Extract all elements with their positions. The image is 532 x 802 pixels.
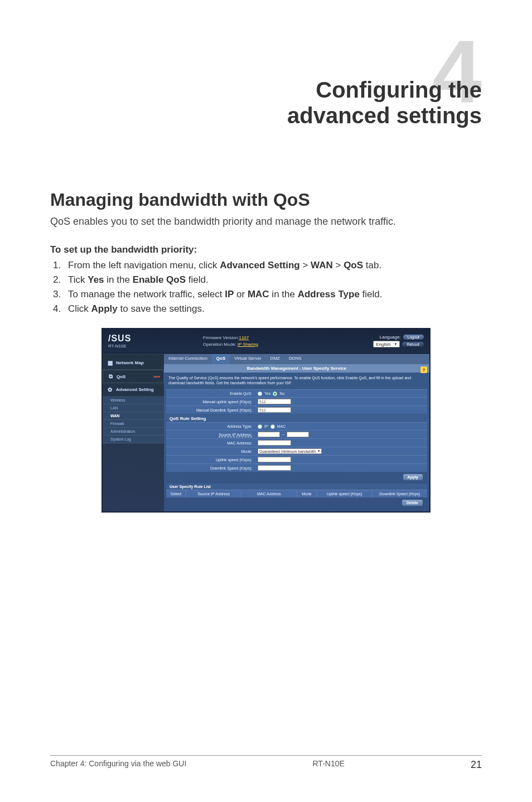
mac-address-label: MAC Address:: [166, 439, 255, 447]
page-number: 21: [471, 759, 482, 771]
model-label: RT-N10E: [108, 344, 170, 349]
sidebar-item-label: Network Map: [116, 360, 144, 365]
text: to save the settings.: [118, 303, 205, 314]
text: field.: [186, 274, 209, 285]
fw-link[interactable]: 1107: [239, 335, 249, 340]
header-bar: /SUS RT-N10E Firmware Version:1107 Opera…: [103, 329, 429, 354]
sidebar-item-advanced[interactable]: ✿Advanced Setting: [103, 383, 164, 397]
text: >: [300, 260, 311, 270]
main-panel: Internet Connection QoS Virtual Server D…: [164, 354, 429, 511]
panel-title: Bandwidth Management - User Specify Serv…: [164, 364, 429, 373]
enable-qos-yes-radio[interactable]: [258, 392, 262, 396]
sidebar-item-administration[interactable]: Administration: [103, 428, 164, 436]
text: Enable QoS: [133, 274, 186, 285]
address-type-ip-radio[interactable]: [258, 424, 262, 429]
qos-icon: ⧉: [107, 373, 114, 380]
col-uplink: Uplink speed (Kbps): [317, 490, 373, 497]
manual-downlink-label: Manual Downlink Speed (Kbps):: [166, 407, 255, 414]
text: Yes: [88, 274, 104, 285]
mode-select[interactable]: Guaranteed minimum bandwidth▾: [258, 448, 322, 454]
reboot-button[interactable]: Reboot: [402, 342, 424, 347]
delete-button[interactable]: Delete: [402, 500, 423, 506]
network-icon: ▦: [106, 359, 114, 367]
yes-label: Yes: [264, 392, 270, 395]
header-meta: Firmware Version:1107 Operation Mode: IP…: [170, 335, 340, 347]
help-icon[interactable]: ?: [420, 366, 427, 373]
fw-label: Firmware Version:: [203, 335, 239, 340]
mode-value: Guaranteed minimum bandwidth: [259, 450, 316, 453]
manual-downlink-input[interactable]: [258, 407, 291, 413]
sidebar-item-network-map[interactable]: ▦Network Map: [103, 356, 164, 370]
section-intro: QoS enables you to set the bandwidth pri…: [50, 216, 482, 228]
text: Advanced Setting: [220, 260, 300, 270]
chapter-title-line2: advanced settings: [287, 103, 482, 128]
source-ip-input-1[interactable]: [258, 432, 280, 437]
chevron-down-icon: ▾: [318, 449, 320, 453]
opmode-link[interactable]: IP Sharing: [238, 342, 258, 347]
source-ip-input-2[interactable]: [287, 432, 309, 437]
text: IP: [225, 289, 234, 299]
col-source-ip: Source IP Address: [186, 490, 241, 497]
steps-header: To set up the bandwidth priority:: [50, 244, 482, 255]
chapter-title-line1: Configuring the: [316, 78, 482, 102]
logo-block: /SUS RT-N10E: [108, 334, 170, 349]
sidebar-item-label: QoS: [117, 374, 125, 379]
text: Click: [68, 303, 91, 314]
steps-list: From the left navigation menu, click Adv…: [64, 260, 482, 315]
settings-icon: ✿: [106, 386, 114, 394]
text: MAC: [248, 289, 269, 299]
text: >: [333, 260, 344, 270]
sidebar-item-label: Advanced Setting: [116, 387, 154, 392]
col-mac: MAC Address: [241, 490, 297, 497]
text: WAN: [311, 260, 333, 270]
manual-uplink-label: Manual uplink speed (Kbps):: [166, 398, 255, 405]
source-ip-label: Source IP Address:: [166, 431, 255, 438]
tab-dmz[interactable]: DMZ: [266, 354, 284, 364]
sidebar-item-system-log[interactable]: System Log: [103, 436, 164, 443]
col-downlink: Downlink Speed (Kbps): [373, 490, 427, 497]
tab-qos[interactable]: QoS: [212, 354, 230, 364]
sidebar-item-wireless[interactable]: Wireless: [103, 397, 164, 404]
sidebar-item-wan[interactable]: WAN: [103, 412, 164, 420]
logout-button[interactable]: Logout: [403, 335, 424, 340]
text: Address Type: [298, 289, 360, 299]
form-top: Enable QoS: Yes No Manual uplink speed (…: [166, 389, 427, 414]
downlink-speed-input[interactable]: [258, 465, 291, 471]
sidebar-item-lan[interactable]: LAN: [103, 404, 164, 412]
step-1: From the left navigation menu, click Adv…: [64, 260, 482, 271]
step-4: Click Apply to save the settings.: [64, 303, 482, 315]
address-type-mac-radio[interactable]: [270, 424, 275, 429]
sidebar-item-qos[interactable]: ⧉QoSnew: [103, 370, 164, 383]
uplink-speed-input[interactable]: [258, 457, 291, 462]
apply-button[interactable]: Apply: [403, 474, 423, 480]
text: QoS: [344, 260, 363, 270]
section-heading: Managing bandwidth with QoS: [50, 190, 482, 210]
tab-virtual-server[interactable]: Virtual Server: [230, 354, 265, 364]
text: field.: [360, 289, 383, 299]
tab-internet-connection[interactable]: Internet Connection: [164, 354, 212, 364]
downlink-speed-label: Downlink Speed (Kbps):: [166, 465, 255, 472]
sidebar-item-firewall[interactable]: Firewall: [103, 420, 164, 428]
table-header-row: Select Source IP Address MAC Address Mod…: [166, 490, 427, 497]
footer-left: Chapter 4: Configuring via the web GUI: [50, 759, 186, 771]
tab-ddns[interactable]: DDNS: [284, 354, 306, 364]
manual-uplink-input[interactable]: [258, 399, 291, 404]
uplink-speed-label: Uplink speed (Kbps):: [166, 456, 255, 463]
text: To manage the network traffic, select: [68, 289, 225, 299]
enable-qos-no-radio[interactable]: [273, 392, 277, 396]
text: From the left navigation menu, click: [68, 260, 220, 270]
opmode-label: Operation Mode:: [203, 342, 236, 347]
mac-address-input[interactable]: [258, 440, 291, 446]
text: or: [234, 289, 248, 299]
qos-rule-section: QoS Rule Setting Address Type: IP MAC So…: [166, 415, 427, 482]
tab-bar: Internet Connection QoS Virtual Server D…: [164, 354, 429, 364]
step-2: Tick Yes in the Enable QoS field.: [64, 274, 482, 286]
mode-label: Mode:: [166, 448, 255, 455]
language-select[interactable]: English▼: [373, 341, 400, 347]
no-label: No: [279, 392, 284, 395]
panel-description: The Quality of Service (QoS) ensures the…: [164, 373, 429, 388]
text: tab.: [363, 260, 381, 270]
chapter-title: Configuring the advanced settings: [50, 77, 482, 128]
ip-label: IP: [264, 424, 268, 428]
text: in the: [269, 289, 298, 299]
